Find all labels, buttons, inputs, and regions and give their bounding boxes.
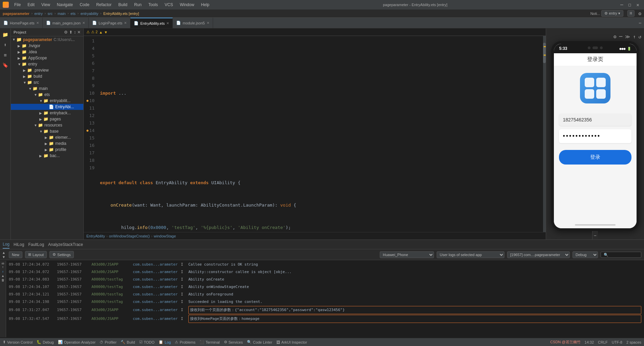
menu-view[interactable]: View (39, 2, 53, 8)
phone-password-input[interactable] (559, 129, 639, 143)
scroll-down-icon[interactable]: ▼ (3, 255, 5, 259)
close-btn[interactable]: ✕ (635, 2, 641, 7)
status-log[interactable]: 📋 Log (159, 340, 171, 344)
breadcrumb-src[interactable]: src (48, 12, 53, 16)
top-settings-icon[interactable]: ⚙ (639, 11, 641, 16)
sidebar-item-pages[interactable]: ▶ 📁 pages (11, 116, 83, 122)
bookmarks-icon-btn[interactable]: 🔖 (1, 60, 10, 70)
level-select[interactable]: Debug (573, 251, 598, 258)
menu-window[interactable]: Window (177, 2, 197, 8)
tab-entryability-close[interactable]: ✕ (166, 21, 169, 25)
sidebar-item-element[interactable]: ▶ 📁 elemer... (11, 134, 83, 140)
sidebar-item-resources[interactable]: ▼ 📁 resources (11, 122, 83, 128)
log-tab-log[interactable]: Log (3, 241, 9, 249)
sidebar-item-build[interactable]: ▶ 📁 build (11, 73, 83, 79)
log-tab-faultlog[interactable]: FaultLog (28, 241, 44, 248)
sidebar-item-main[interactable]: ▼ 📁 main (11, 85, 83, 92)
log-content[interactable]: B ↑ ↓ ▲ 🗑 09-08 17:24:34.072 19657-19657… (0, 260, 644, 338)
log-action-1[interactable]: B (1, 262, 5, 264)
tab-homepage-close[interactable]: ✕ (36, 21, 39, 25)
sidebar-item-hvigor[interactable]: ▶ 📁 .hvigor (11, 43, 83, 49)
sidebar-item-profile[interactable]: ▶ 📁 profile (11, 147, 83, 153)
sidebar-item-idea[interactable]: ▶ 📁 .idea (11, 49, 83, 55)
status-debug[interactable]: 🐛 Debug (37, 340, 54, 344)
tab-homepage[interactable]: 📄 HomePage.ets ✕ (0, 18, 43, 28)
breadcrumb-file[interactable]: EntryAbility.ets [entry] (103, 12, 139, 16)
up-arrow-icon[interactable]: ↑ (633, 34, 636, 39)
status-crlf[interactable]: CRLF (598, 340, 608, 344)
status-problems[interactable]: ⚠ Problems (175, 340, 195, 344)
status-version-control[interactable]: ⬆ Version Control (3, 340, 33, 344)
device-select[interactable]: Huawei_Phone (380, 251, 434, 258)
tab-modulejson[interactable]: 📄 module.json5 ✕ (173, 18, 213, 28)
sidebar-item-entry[interactable]: ▼ 📁 entry (11, 61, 83, 67)
log-action-5[interactable]: 🗑 (1, 278, 4, 282)
sidebar-close-icon[interactable]: ✕ (77, 30, 81, 35)
sidebar-item-src[interactable]: ▼ 📁 src (11, 79, 83, 85)
log-action-3[interactable]: ↓ (2, 270, 4, 273)
status-charset[interactable]: UTF-8 (612, 340, 622, 344)
breadcrumb-ets[interactable]: ets (70, 12, 76, 16)
structure-icon-btn[interactable]: ≡ (1, 50, 10, 60)
status-code-linter[interactable]: 🔍 Code Linter (247, 340, 272, 344)
fn-breadcrumb-param[interactable]: windowStage (154, 234, 176, 238)
project-icon-btn[interactable]: 📁 (1, 30, 10, 39)
menu-tools[interactable]: Tools (146, 2, 161, 8)
sidebar-item-media[interactable]: ▶ 📁 media (11, 140, 83, 147)
log-search-input[interactable] (601, 252, 641, 258)
status-services[interactable]: ⚙ Services (224, 340, 243, 344)
sidebar-item-root[interactable]: ▼ 📁 pageparameter C:\Users\... (11, 36, 83, 43)
menu-vcs[interactable]: VCS (162, 2, 176, 8)
status-arkui[interactable]: 🖼 ArkUI Inspector (276, 340, 307, 344)
layout-btn[interactable]: ⊞ Layout (25, 251, 47, 258)
fn-breadcrumb-method[interactable]: onWindowStageCreate() (109, 234, 150, 238)
breadcrumb-main[interactable]: main (58, 12, 66, 16)
menu-navigate[interactable]: Navigate (54, 2, 76, 8)
menu-refactor[interactable]: Refactor (94, 2, 114, 8)
log-tab-hilog[interactable]: HiLog (14, 241, 24, 248)
tab-mainpages[interactable]: 📄 main_pages.json ✕ (43, 18, 89, 28)
tab-overflow-btn[interactable]: ⋯ (636, 18, 644, 28)
menu-help[interactable]: Help (198, 2, 212, 8)
right-icon-1[interactable]: − (593, 232, 597, 239)
breadcrumb-entryability[interactable]: entryability (81, 12, 99, 16)
sidebar-item-entrybackup[interactable]: ▶ 📁 entryback... (11, 110, 83, 116)
tab-mainpages-close[interactable]: ✕ (82, 21, 85, 25)
warning-chevron-down[interactable]: ▼ (104, 30, 108, 34)
sidebar-item-bac[interactable]: ▶ 📁 bac... (11, 153, 83, 159)
status-terminal[interactable]: ⬛ Terminal (200, 340, 220, 344)
minus-icon[interactable]: ─ (619, 33, 622, 40)
status-build[interactable]: 🔨 Build (121, 340, 135, 344)
tab-loginpage-close[interactable]: ✕ (124, 21, 127, 25)
sidebar-item-entryability-file[interactable]: ▶ 📄 EntryAbi... (11, 104, 83, 110)
menu-code[interactable]: Code (77, 2, 92, 8)
scroll-indicator[interactable] (543, 36, 546, 232)
breadcrumb-project[interactable]: pageparameter (3, 12, 29, 16)
minimize-btn[interactable]: ─ (618, 2, 625, 7)
phone-username-input[interactable] (559, 114, 631, 126)
settings-btn[interactable]: ⚙ Settings (49, 251, 74, 258)
tab-modulejson-close[interactable]: ✕ (207, 21, 209, 25)
new-btn[interactable]: New (9, 251, 22, 258)
breadcrumb-entry[interactable]: entry (35, 12, 43, 16)
commit-icon-btn[interactable]: ⬆ (1, 40, 10, 50)
sidebar-item-preview[interactable]: ▶ 📁 .preview (11, 67, 83, 73)
fn-breadcrumb-class[interactable]: EntryAbility (86, 234, 105, 238)
status-indent[interactable]: 2 spaces (626, 340, 641, 344)
menu-run[interactable]: Run (131, 2, 144, 8)
sidebar-gear-icon[interactable]: ⚙ (64, 30, 68, 35)
sidebar-item-entryability[interactable]: ▼ 📁 entryabilit... (11, 98, 83, 104)
rotate-icon[interactable]: ↺ (639, 34, 641, 39)
tab-loginpage[interactable]: 📄 LoginPage.ets ✕ (89, 18, 130, 28)
h-toggle[interactable]: H (627, 10, 635, 17)
status-profiler[interactable]: ⏱ Profiler (100, 340, 117, 344)
sidebar-item-base[interactable]: ▼ 📁 base (11, 128, 83, 134)
sidebar-item-ets[interactable]: ▼ 📁 ets (11, 92, 83, 98)
menu-build[interactable]: Build (116, 2, 130, 8)
code-lines[interactable]: import ... export default class EntryAbi… (97, 36, 543, 232)
menu-edit[interactable]: Edit (25, 2, 37, 8)
code-area[interactable]: 1 4 5 6 7 8 9 10 ●10 11 12 (84, 36, 546, 232)
log-action-4[interactable]: ▲ (2, 274, 4, 277)
tab-entryability[interactable]: 📄 EntryAbility.ets ✕ (130, 18, 173, 28)
sidebar-item-appscope[interactable]: ▶ 📁 AppScope (11, 55, 83, 61)
